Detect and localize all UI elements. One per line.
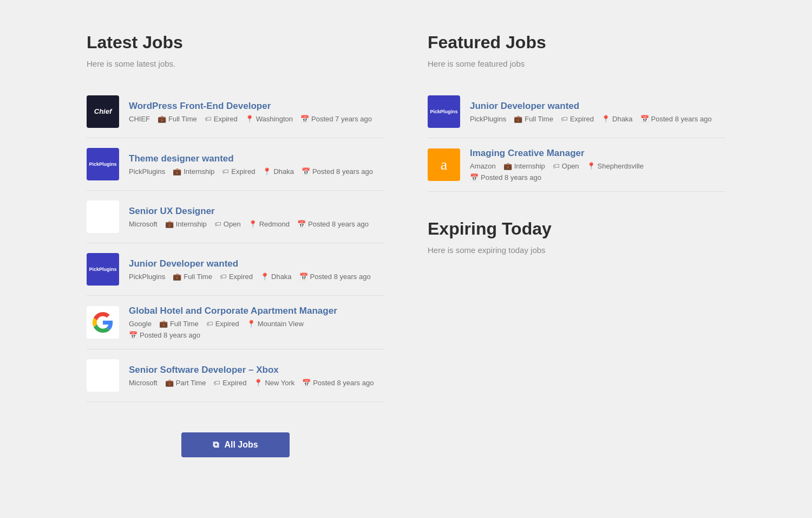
job-status: 🏷Expired [222,167,255,176]
all-jobs-icon: ⧉ [213,440,219,450]
job-title[interactable]: Junior Developer wanted [129,258,384,269]
job-company: PickPlugins [129,167,165,176]
location-icon: 📍 [248,220,257,228]
latest-jobs-title: Latest Jobs [87,33,384,53]
calendar-icon: 📅 [129,331,137,339]
featured-jobs-list: PickPluginsJunior Developer wantedPickPl… [428,86,725,192]
calendar-icon: 📅 [302,379,311,387]
job-list-item[interactable]: ChiefWordPress Front-End DeveloperCHIEF💼… [87,86,384,138]
job-title[interactable]: WordPress Front-End Developer [129,101,384,112]
job-location: 📍Redmond [248,220,290,228]
job-location: 📍Mountain View [247,320,304,328]
job-title[interactable]: Global Hotel and Corporate Apartment Man… [129,306,384,316]
job-meta: Amazon💼Internship🏷Open📍Shepherdsville📅Po… [470,162,725,182]
pickplugins-logo-text: PickPlugins [89,161,116,167]
calendar-icon: 📅 [302,167,310,176]
job-posted-date: 📅Posted 8 years ago [470,173,541,182]
job-list-item[interactable]: PickPluginsTheme designer wantedPickPlug… [87,138,384,191]
job-posted-date: 📅Posted 8 years ago [129,331,200,339]
job-type: 💼Full Time [514,115,553,123]
job-title[interactable]: Senior UX Designer [129,206,384,217]
tag-icon: 🏷 [205,115,212,123]
job-status: 🏷Expired [205,115,238,123]
job-list-item[interactable]: Global Hotel and Corporate Apartment Man… [87,296,384,349]
briefcase-icon: 💼 [173,273,181,281]
calendar-icon: 📅 [470,173,479,182]
job-meta: Microsoft💼Part Time🏷Expired📍New York📅Pos… [129,379,384,387]
all-jobs-label: All Jobs [224,440,258,450]
briefcase-icon: 💼 [503,162,512,170]
job-company: PickPlugins [470,115,506,123]
tag-icon: 🏷 [553,162,560,170]
job-info: Junior Developer wantedPickPlugins💼Full … [470,101,725,123]
job-info: Global Hotel and Corporate Apartment Man… [129,306,384,339]
tag-icon: 🏷 [220,273,227,281]
job-company: Microsoft [129,220,158,228]
job-status: 🏷Expired [206,320,239,328]
job-status: 🏷Open [553,162,579,170]
job-location: 📍Washington [245,115,293,123]
expiring-today-section: Expiring Today Here is some expiring tod… [428,219,725,255]
all-jobs-button[interactable]: ⧉ All Jobs [181,432,290,457]
pickplugins-logo-text: PickPlugins [430,109,457,114]
calendar-icon: 📅 [640,115,649,123]
company-logo: a [428,148,460,181]
location-icon: 📍 [587,162,595,170]
briefcase-icon: 💼 [165,379,174,387]
featured-jobs-section: Featured Jobs Here is some featured jobs… [428,33,725,192]
briefcase-icon: 💼 [159,320,168,328]
company-logo: PickPlugins [428,95,460,128]
job-title[interactable]: Imaging Creative Manager [470,148,725,159]
expiring-subtitle: Here is some expiring today jobs [428,245,725,255]
job-location: 📍Dhaka [260,273,292,281]
job-meta: Google💼Full Time🏷Expired📍Mountain View📅P… [129,320,384,339]
job-list-item[interactable]: aImaging Creative ManagerAmazon💼Internsh… [428,138,725,192]
job-info: WordPress Front-End DeveloperCHIEF💼Full … [129,101,384,123]
job-meta: CHIEF💼Full Time🏷Expired📍Washington📅Poste… [129,115,384,123]
job-location: 📍Shepherdsville [587,162,644,170]
briefcase-icon: 💼 [158,115,166,123]
job-type: 💼Full Time [173,273,212,281]
job-type: 💼Full Time [158,115,197,123]
job-location: 📍Dhaka [263,167,294,176]
company-logo: PickPlugins [87,148,119,180]
calendar-icon: 📅 [297,220,306,228]
job-list-item[interactable]: PickPluginsJunior Developer wantedPickPl… [428,86,725,138]
latest-jobs-section: Latest Jobs Here is some latest jobs. Ch… [87,33,384,457]
amazon-logo: a [428,148,460,181]
job-posted-date: 📅Posted 8 years ago [302,167,373,176]
chief-logo-text: Chief [94,108,112,115]
job-type: 💼Internship [503,162,545,170]
job-posted-date: 📅Posted 7 years ago [300,115,372,123]
job-info: Junior Developer wantedPickPlugins💼Full … [129,258,384,281]
featured-jobs-subtitle: Here is some featured jobs [428,59,725,68]
job-company: PickPlugins [129,273,165,281]
google-logo [87,306,119,339]
job-list-item[interactable]: PickPluginsJunior Developer wantedPickPl… [87,243,384,296]
job-company: Google [129,320,152,328]
job-meta: PickPlugins💼Full Time🏷Expired📍Dhaka📅Post… [129,273,384,281]
job-location: 📍Dhaka [601,115,633,123]
job-info: Senior UX DesignerMicrosoft💼Internship🏷O… [129,206,384,228]
all-jobs-btn-wrapper: ⧉ All Jobs [87,413,384,457]
tag-icon: 🏷 [561,115,568,123]
job-status: 🏷Expired [220,273,253,281]
job-list-item[interactable]: Senior UX DesignerMicrosoft💼Internship🏷O… [87,191,384,243]
tag-icon: 🏷 [214,220,221,228]
location-icon: 📍 [263,167,271,176]
calendar-icon: 📅 [300,115,309,123]
job-title[interactable]: Theme designer wanted [129,153,384,164]
job-type: 💼Full Time [159,320,199,328]
pickplugins-logo-text: PickPlugins [89,267,116,272]
job-info: Theme designer wantedPickPlugins💼Interns… [129,153,384,176]
company-logo: Chief [87,95,119,128]
job-posted-date: 📅Posted 8 years ago [299,273,371,281]
location-icon: 📍 [254,379,263,387]
job-title[interactable]: Senior Software Developer – Xbox [129,365,384,375]
job-list-item[interactable]: Senior Software Developer – XboxMicrosof… [87,349,384,402]
latest-jobs-subtitle: Here is some latest jobs. [87,59,384,68]
job-info: Senior Software Developer – XboxMicrosof… [129,365,384,387]
job-company: Microsoft [129,379,158,387]
job-meta: Microsoft💼Internship🏷Open📍Redmond📅Posted… [129,220,384,228]
job-title[interactable]: Junior Developer wanted [470,101,725,112]
